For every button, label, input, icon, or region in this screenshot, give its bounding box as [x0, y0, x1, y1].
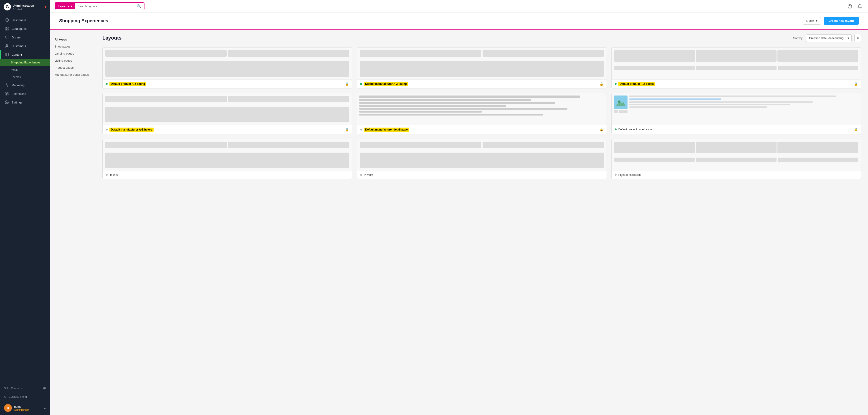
sidebar-item-media[interactable]: Media — [0, 66, 50, 73]
help-icon[interactable] — [846, 3, 854, 10]
sidebar-item-dashboard[interactable]: Dashboard — [0, 16, 50, 24]
filter-landing-pages[interactable]: Landing pages — [55, 50, 91, 57]
sidebar-item-label: Catalogues — [11, 27, 27, 30]
collapse-icon: ⊙ — [4, 395, 6, 398]
sidebar-item-extensions[interactable]: Extensions — [0, 89, 50, 98]
sort-select[interactable]: Creation date, descending — [806, 34, 851, 42]
filter-all-types[interactable]: All types — [55, 36, 91, 43]
content-icon — [5, 53, 9, 57]
sidebar-item-catalogues[interactable]: Catalogues — [0, 24, 50, 33]
sidebar-item-content[interactable]: Content — [0, 50, 50, 59]
layout-footer-8: Privacy — [357, 171, 606, 179]
layout-card-4[interactable]: Default manufacturer A-Z boxes 🔒 — [102, 93, 352, 134]
layout-card-7[interactable]: Imprint — [102, 139, 352, 179]
sidebar-item-settings[interactable]: Settings — [0, 98, 50, 107]
filter-product-pages[interactable]: Product pages — [55, 64, 91, 71]
status-indicator — [615, 174, 617, 176]
filter-panel: All types Shop pages Landing pages Listi… — [50, 30, 96, 415]
layouts-controls: Sort by: Creation date, descending ≡ — [793, 34, 861, 42]
list-view-icon: ≡ — [857, 36, 859, 40]
filter-shop-pages[interactable]: Shop pages — [55, 43, 91, 50]
sidebar-subitem-label: Themes — [11, 75, 21, 79]
language-chevron-icon: ▾ — [816, 19, 817, 23]
layout-preview-7 — [103, 139, 352, 171]
user-chevron-icon[interactable]: ∧ — [44, 406, 46, 410]
layout-preview-6 — [612, 93, 861, 125]
list-view-button[interactable]: ≡ — [854, 34, 861, 42]
layout-preview-3 — [612, 47, 861, 79]
filter-listing-pages[interactable]: Listing pages — [55, 57, 91, 64]
language-value: Dutch — [806, 19, 814, 23]
status-indicator — [106, 129, 107, 130]
app-name: Administration — [13, 4, 34, 7]
layout-card-5[interactable]: Default manufacturer detail page 🔒 — [357, 93, 607, 134]
layout-name: Default manufacturer A-Z listing — [364, 82, 408, 86]
status-indicator — [360, 83, 362, 85]
marketing-icon — [5, 83, 9, 87]
search-input[interactable] — [75, 3, 134, 9]
sidebar-nav: Dashboard Catalogues Orders Customers Co… — [0, 14, 50, 383]
collapse-menu-button[interactable]: ⊙ Collapse menu — [0, 393, 50, 401]
add-sales-channel-icon[interactable]: ⊕ — [43, 386, 46, 390]
page-title: Shopping Experiences — [59, 18, 108, 24]
layout-name: Default product page Layout — [618, 128, 653, 131]
svg-point-7 — [6, 44, 7, 46]
layout-card-8[interactable]: Privacy — [357, 139, 607, 179]
dashboard-icon — [5, 18, 9, 22]
layout-preview-5 — [357, 93, 606, 125]
app-version: 6.4.20.1 — [13, 7, 34, 10]
svg-rect-1 — [5, 27, 6, 28]
layout-card-1[interactable]: Default product A-Z listing 🔒 — [102, 47, 352, 89]
layout-footer-9: Right of rescission — [612, 171, 861, 179]
user-name: demo — [14, 405, 29, 408]
user-avatar: D — [4, 404, 12, 412]
layouts-title: Layouts — [102, 35, 122, 41]
layout-grid: Default product A-Z listing 🔒 — [102, 47, 861, 179]
notification-dot — [44, 6, 46, 8]
lock-icon: 🔒 — [345, 82, 349, 86]
sidebar-item-label: Extensions — [11, 92, 26, 96]
status-indicator — [106, 83, 107, 85]
settings-icon — [5, 100, 9, 104]
notification-icon[interactable] — [856, 3, 863, 10]
page-header-controls: Dutch ▾ Create new layout — [803, 17, 859, 25]
sidebar-item-orders[interactable]: Orders — [0, 33, 50, 42]
lock-icon: 🔒 — [854, 128, 858, 131]
layout-preview-9 — [612, 139, 861, 171]
layout-name: Default product A-Z listing — [110, 82, 146, 86]
search-pill: Layouts ▾ 🔍 — [55, 2, 145, 10]
layout-name: Right of rescission — [618, 173, 641, 177]
layouts-area: Layouts Sort by: Creation date, descendi… — [96, 30, 868, 415]
search-pill-label[interactable]: Layouts ▾ — [55, 3, 75, 9]
layout-preview-8 — [357, 139, 606, 171]
layout-card-2[interactable]: Default manufacturer A-Z listing 🔒 — [357, 47, 607, 89]
sidebar-item-customers[interactable]: Customers — [0, 42, 50, 50]
layout-footer-2: Default manufacturer A-Z listing 🔒 — [357, 79, 606, 88]
search-button[interactable]: 🔍 — [134, 3, 144, 10]
layout-card-3[interactable]: Default product A-Z boxes 🔒 — [611, 47, 861, 89]
layout-footer-3: Default product A-Z boxes 🔒 — [612, 79, 861, 88]
layouts-header: Layouts Sort by: Creation date, descendi… — [102, 34, 861, 42]
sort-select-wrap: Creation date, descending — [806, 34, 851, 42]
sidebar-item-themes[interactable]: Themes — [0, 73, 50, 81]
create-layout-button[interactable]: Create new layout — [824, 17, 859, 25]
layout-name: Default manufacturer detail page — [364, 128, 409, 132]
main-area: Layouts ▾ 🔍 Shopping Experiences Dutch ▾… — [50, 0, 868, 415]
sales-channels-label: Sales Channels — [4, 387, 22, 389]
status-indicator — [360, 129, 362, 130]
user-role: Administrator — [14, 408, 29, 411]
lock-icon: 🔒 — [345, 128, 349, 131]
sidebar-item-label: Settings — [11, 101, 22, 104]
sidebar-item-label: Dashboard — [11, 19, 26, 22]
customers-icon — [5, 44, 9, 48]
language-select[interactable]: Dutch ▾ — [803, 17, 821, 25]
layout-card-6[interactable]: Default product page Layout 🔒 — [611, 93, 861, 134]
user-info: demo Administrator — [14, 405, 29, 411]
sidebar-item-marketing[interactable]: Marketing — [0, 81, 50, 89]
sidebar-item-shopping-experiences[interactable]: Shopping Experiences — [0, 59, 50, 66]
filter-manufacturer-pages[interactable]: Manufacturer detail pages — [55, 71, 91, 78]
layout-card-9[interactable]: Right of rescission — [611, 139, 861, 179]
lock-icon: 🔒 — [599, 82, 603, 86]
content-area: All types Shop pages Landing pages Listi… — [50, 30, 868, 415]
lock-icon: 🔒 — [854, 82, 858, 86]
